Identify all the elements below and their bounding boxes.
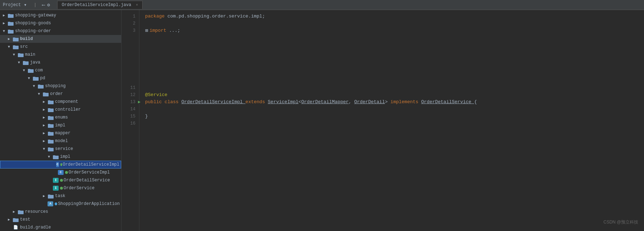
folder-icon-impl-service <box>53 155 59 159</box>
label-main: main <box>25 52 35 57</box>
folder-icon-component <box>48 100 54 104</box>
java-app-icon: A <box>48 201 53 206</box>
sidebar-item-shopping-gateway[interactable]: shopping-gateway <box>0 11 121 19</box>
sidebar-item-shopping[interactable]: shopping <box>0 82 121 90</box>
svg-rect-37 <box>53 155 55 156</box>
label-shopping-gateway: shopping-gateway <box>15 13 56 18</box>
generic-open: < <box>298 99 301 106</box>
label-order: order <box>50 91 63 96</box>
sidebar-item-test[interactable]: test <box>0 216 121 224</box>
arrow-resources <box>13 210 18 214</box>
interface-name: OrderDetailService <box>421 99 474 106</box>
folder-icon-shopping-goods <box>8 21 14 26</box>
svg-rect-43 <box>13 218 15 219</box>
arrow-test <box>8 217 13 222</box>
svg-rect-19 <box>38 85 40 86</box>
main-layout: shopping-gateway shopping-goods shopping… <box>0 10 644 231</box>
java-interface-icon-1: I <box>53 178 59 183</box>
sidebar-item-build-gradle[interactable]: 📄 build.gradle <box>0 224 121 231</box>
sidebar-item-controller[interactable]: controller <box>0 106 121 114</box>
title-icons: ⟵ ⚙ <box>42 2 50 8</box>
gradle-icon: 📄 <box>13 225 19 230</box>
line-num-4 <box>124 34 135 41</box>
svg-rect-39 <box>48 195 50 196</box>
line-num-15: 15 <box>124 113 135 120</box>
label-order-detail-service: OrderDetailService <box>64 178 110 183</box>
sidebar-item-impl-order[interactable]: impl <box>0 121 121 129</box>
code-line-14 <box>145 106 644 113</box>
generic-close: > <box>385 99 391 106</box>
line-num-14: 14 <box>124 106 135 113</box>
sidebar-item-java[interactable]: java <box>0 59 121 66</box>
label-build: build <box>20 36 33 41</box>
java-class-icon-1: C <box>56 162 59 167</box>
svg-rect-31 <box>48 132 50 133</box>
arrow-impl-order <box>43 123 48 127</box>
sidebar-item-main[interactable]: main <box>0 51 121 59</box>
code-line-10 <box>145 77 644 84</box>
code-area[interactable]: package com.pd.shopping.order.service.im… <box>139 10 644 231</box>
svg-rect-41 <box>18 210 20 211</box>
folder-icon-pd <box>33 76 39 81</box>
line-num-8 <box>124 63 135 70</box>
label-java: java <box>30 60 40 65</box>
sidebar-item-order-detail-service[interactable]: I OrderDetailService <box>0 176 121 184</box>
sidebar-item-model[interactable]: model <box>0 137 121 145</box>
sidebar-item-build[interactable]: build <box>0 35 121 43</box>
sidebar-item-shopping-order-application[interactable]: A ShoppingOrderApplication <box>0 200 121 208</box>
class-name-decl: OrderDetailServiceImpl <box>181 99 245 106</box>
svg-rect-25 <box>48 108 50 109</box>
code-line-13: ▶ public class OrderDetailServiceImpl ex… <box>145 99 644 106</box>
line-num-1: 1 <box>124 13 135 20</box>
run-icon[interactable]: ▶ <box>138 99 140 106</box>
sidebar-item-pd[interactable]: pd <box>0 74 121 82</box>
sidebar-item-shopping-order[interactable]: shopping-order <box>0 27 121 35</box>
dropdown-icon[interactable]: ▾ <box>24 2 26 8</box>
superclass-name: ServiceImpl <box>268 99 298 106</box>
folder-icon-shopping <box>38 84 44 89</box>
arrow-model <box>43 139 48 143</box>
line-num-10 <box>124 77 135 84</box>
folder-icon-mapper <box>48 131 54 136</box>
folder-icon-resources <box>18 210 24 214</box>
folder-icon-model <box>48 139 54 144</box>
green-dot-4 <box>60 187 63 190</box>
sidebar-item-order-service-impl[interactable]: C OrderServiceImpl <box>0 169 121 176</box>
sidebar-item-task[interactable]: task <box>0 192 121 200</box>
annotation-service: @Service <box>145 91 167 99</box>
settings-icon[interactable]: ⚙ <box>47 2 50 8</box>
sidebar-item-order[interactable]: order <box>0 90 121 98</box>
svg-rect-35 <box>48 147 50 149</box>
arrow-controller <box>43 107 48 112</box>
svg-rect-17 <box>33 77 35 78</box>
label-controller: controller <box>55 107 81 112</box>
sidebar-item-com[interactable]: com <box>0 66 121 74</box>
svg-rect-21 <box>43 92 45 94</box>
sidebar-item-resources[interactable]: resources <box>0 208 121 216</box>
editor: 1 2 3 11 12 13 14 15 16 <box>122 10 644 231</box>
blue-dot-1 <box>55 202 58 205</box>
svg-rect-3 <box>8 22 10 23</box>
line-num-2: 2 <box>124 20 135 27</box>
label-service: service <box>55 146 73 151</box>
minimize-icon[interactable]: ⟵ <box>42 2 45 8</box>
arrow-shopping-gateway <box>3 13 8 17</box>
folder-icon-impl-order <box>48 123 54 128</box>
sidebar-item-component[interactable]: component <box>0 98 121 106</box>
sidebar-item-src[interactable]: src <box>0 43 121 51</box>
label-src: src <box>20 44 28 49</box>
sidebar-item-impl-service[interactable]: impl <box>0 153 121 161</box>
sidebar-item-mapper[interactable]: mapper <box>0 129 121 137</box>
sidebar-item-order-service[interactable]: I OrderService <box>0 184 121 192</box>
file-tab[interactable]: OrderDetailServiceImpl.java × <box>57 1 143 9</box>
line-num-9 <box>124 70 135 77</box>
label-pd: pd <box>40 76 45 81</box>
sidebar-item-shopping-goods[interactable]: shopping-goods <box>0 19 121 27</box>
sidebar-item-enums[interactable]: enums <box>0 114 121 121</box>
arrow-shopping <box>33 84 38 88</box>
line-num-3: 3 <box>124 27 135 34</box>
sidebar-item-order-detail-service-impl[interactable]: C OrderDetailServiceImpl <box>0 161 121 169</box>
label-model: model <box>55 139 68 144</box>
file-tab-close[interactable]: × <box>136 3 138 7</box>
sidebar-item-service[interactable]: service <box>0 145 121 153</box>
